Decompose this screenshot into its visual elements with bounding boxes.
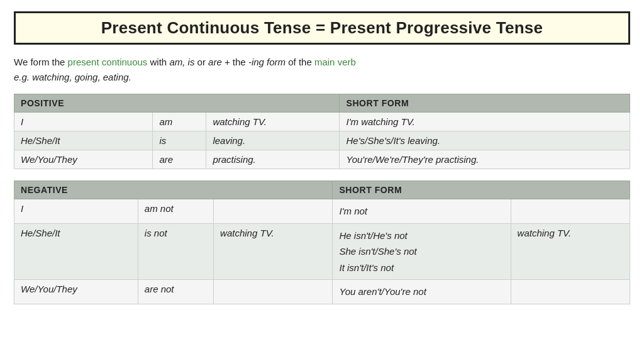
pos-row1-subject: I xyxy=(14,113,153,131)
neg-row2-short-line3: It isn't/It's not xyxy=(339,262,394,273)
pos-row1-verb: am xyxy=(153,113,206,131)
neg-row1-extra xyxy=(511,199,630,224)
neg-row2-extra: watching TV. xyxy=(511,223,630,280)
neg-row3-short: You aren't/You're not xyxy=(333,280,511,304)
table-row: I am watching TV. I'm watching TV. xyxy=(14,113,630,131)
table-row: We/You/They are not You aren't/You're no… xyxy=(14,280,630,304)
pos-row3-verb: are xyxy=(153,150,206,169)
neg-row3-main xyxy=(214,280,333,304)
neg-row1-short: I'm not xyxy=(333,199,511,224)
positive-header: POSITIVE xyxy=(14,94,340,113)
neg-row2-short-line1: He isn't/He's not xyxy=(339,230,407,241)
table-row: He/She/It is leaving. He's/She's/It's le… xyxy=(14,131,630,150)
neg-row3-subject: We/You/They xyxy=(14,280,138,304)
neg-row2-subject: He/She/It xyxy=(14,223,138,280)
pos-row1-short: I'm watching TV. xyxy=(340,113,630,131)
pos-row1-main: watching TV. xyxy=(206,113,340,131)
neg-row1-verb: am not xyxy=(138,199,213,224)
neg-row1-short-line1: I'm not xyxy=(339,206,367,216)
intro-main-verb: main verb xyxy=(314,57,356,67)
intro-ing-form: -ing form xyxy=(248,57,286,67)
neg-row2-verb: is not xyxy=(138,223,213,280)
negative-table: NEGATIVE SHORT FORM I am not I'm not He/… xyxy=(14,181,630,304)
pos-row3-short: You're/We're/They're practising. xyxy=(340,150,630,169)
neg-row2-short-line2: She isn't/She's not xyxy=(339,246,416,257)
neg-row2-short: He isn't/He's not She isn't/She's not It… xyxy=(333,223,511,280)
pos-row3-subject: We/You/They xyxy=(14,150,153,169)
pos-row2-main: leaving. xyxy=(206,131,340,150)
intro-paragraph: We form the present continuous with am, … xyxy=(14,55,630,85)
negative-short-form-header: SHORT FORM xyxy=(333,181,630,199)
positive-short-form-header: SHORT FORM xyxy=(340,94,630,113)
intro-are: are xyxy=(208,57,222,67)
neg-row1-main xyxy=(214,199,333,224)
table-row: We/You/They are practising. You're/We're… xyxy=(14,150,630,169)
pos-row2-subject: He/She/It xyxy=(14,131,153,150)
intro-am-is: am, is xyxy=(169,57,194,67)
neg-row3-verb: are not xyxy=(138,280,213,304)
intro-examples: e.g. watching, going, eating. xyxy=(14,72,131,82)
pos-row2-short: He's/She's/It's leaving. xyxy=(340,131,630,150)
page-title: Present Continuous Tense = Present Progr… xyxy=(14,11,630,45)
neg-row3-short-line1: You aren't/You're not xyxy=(339,286,426,297)
intro-present-continuous: present continuous xyxy=(68,57,148,67)
pos-row3-main: practising. xyxy=(206,150,340,169)
neg-row2-main: watching TV. xyxy=(214,223,333,280)
neg-row1-subject: I xyxy=(14,199,138,224)
negative-header: NEGATIVE xyxy=(14,181,333,199)
table-row: I am not I'm not xyxy=(14,199,630,224)
pos-row2-verb: is xyxy=(153,131,206,150)
positive-table: POSITIVE SHORT FORM I am watching TV. I'… xyxy=(14,94,630,169)
neg-row3-extra xyxy=(511,280,630,304)
table-row: He/She/It is not watching TV. He isn't/H… xyxy=(14,223,630,280)
